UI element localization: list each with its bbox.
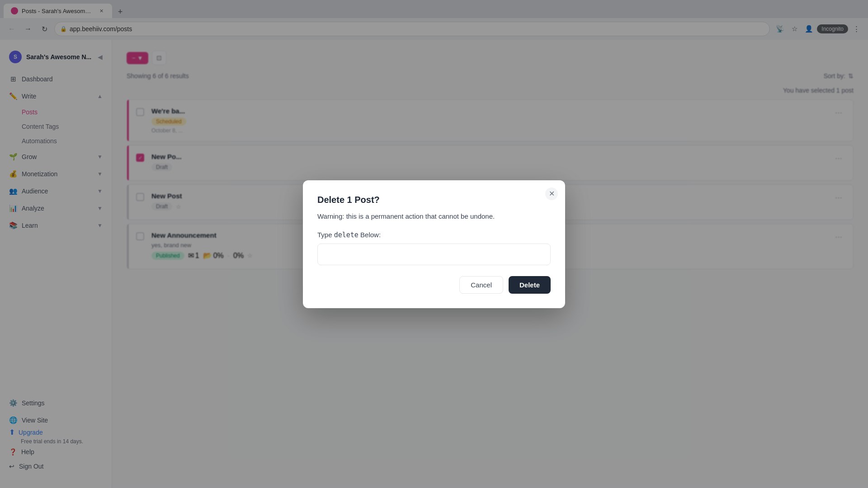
modal-close-button[interactable]: ✕ xyxy=(545,188,558,200)
delete-confirmation-input[interactable] xyxy=(317,244,551,265)
modal-overlay[interactable]: ✕ Delete 1 Post? Warning: this is a perm… xyxy=(0,0,868,488)
modal-warning-text: Warning: this is a permanent action that… xyxy=(317,212,551,220)
delete-post-modal: ✕ Delete 1 Post? Warning: this is a perm… xyxy=(303,180,565,308)
cancel-button[interactable]: Cancel xyxy=(459,276,503,294)
modal-input-label: Type delete Below: xyxy=(317,231,551,239)
delete-button[interactable]: Delete xyxy=(509,276,551,294)
delete-keyword: delete xyxy=(334,231,359,239)
modal-title: Delete 1 Post? xyxy=(317,195,551,205)
modal-actions: Cancel Delete xyxy=(317,276,551,294)
